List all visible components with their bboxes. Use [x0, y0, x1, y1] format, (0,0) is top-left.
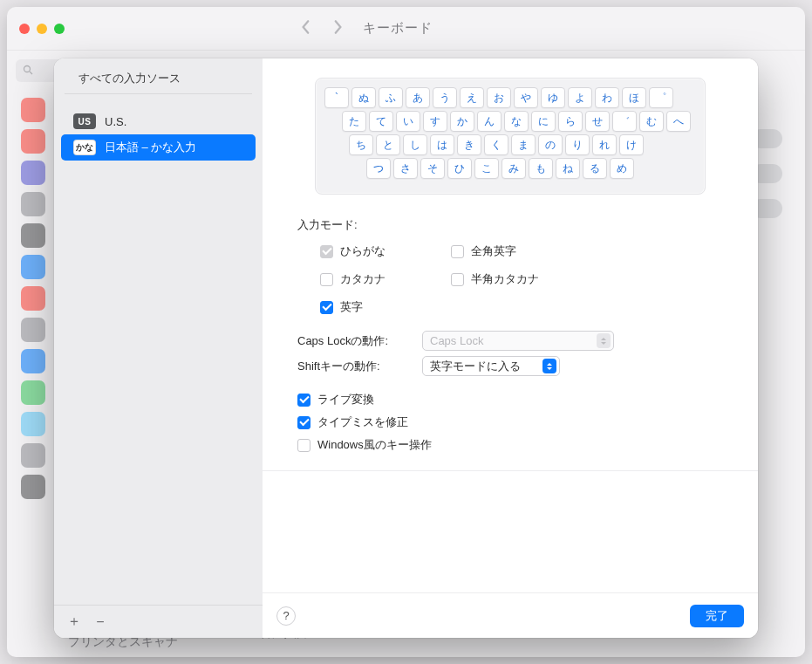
mode-hankaku-checkbox[interactable]: [451, 273, 464, 286]
divider: [263, 470, 758, 471]
sheet-detail: `ぬふあうえおやゆよわほ゜たていすかんなにらせ゛むへちとしはきくまのりれけつさそ…: [263, 58, 758, 638]
sheet-header: すべての入力ソース: [65, 58, 252, 94]
keyboard-key: ひ: [447, 158, 472, 179]
bg-titlebar: キーボード: [7, 7, 805, 51]
keyboard-key: の: [538, 134, 563, 155]
keyboard-key: み: [502, 158, 526, 179]
mode-zenkaku-label: 全角英字: [471, 243, 516, 259]
source-list: USU.S.かな日本語 – かな入力: [54, 94, 263, 605]
caps-lock-label: Caps Lockの動作:: [297, 333, 415, 349]
bg-sidebar-icon: [21, 318, 45, 342]
mode-zenkaku-checkbox[interactable]: [451, 245, 464, 258]
source-label: 日本語 – かな入力: [105, 140, 196, 155]
shift-key-select[interactable]: 英字モードに入る: [422, 356, 560, 376]
keyboard-key: と: [376, 134, 400, 155]
mode-eiji-label: 英字: [340, 299, 363, 315]
keyboard-key: ゜: [649, 87, 673, 108]
keyboard-row: たていすかんなにらせ゛むへ: [324, 111, 696, 132]
keyboard-key: む: [639, 111, 664, 132]
bg-sidebar-icon: [21, 192, 45, 216]
keyboard-row: `ぬふあうえおやゆよわほ゜: [324, 87, 696, 108]
opt-windows-checkbox[interactable]: [297, 439, 310, 452]
keyboard-preview-wrap: `ぬふあうえおやゆよわほ゜たていすかんなにらせ゛むへちとしはきくまのりれけつさそ…: [263, 58, 758, 209]
source-item[interactable]: USU.S.: [61, 108, 256, 134]
done-button[interactable]: 完了: [690, 605, 744, 627]
keyboard-key: う: [433, 87, 457, 108]
keyboard-preview: `ぬふあうえおやゆよわほ゜たていすかんなにらせ゛むへちとしはきくまのりれけつさそ…: [315, 78, 706, 195]
keyboard-key: ふ: [379, 87, 403, 108]
keyboard-key: り: [565, 134, 590, 155]
mode-katakana-checkbox[interactable]: [320, 273, 333, 286]
keyboard-key: い: [396, 111, 420, 132]
keyboard-key: さ: [393, 158, 418, 179]
bg-sidebar-icon: [21, 412, 45, 436]
caps-lock-value: Caps Lock: [430, 334, 483, 347]
keyboard-key: よ: [568, 87, 592, 108]
opt-typo-checkbox[interactable]: [297, 416, 310, 429]
keyboard-key: ぬ: [351, 87, 376, 108]
keyboard-key: あ: [406, 87, 430, 108]
keyboard-row: ちとしはきくまのりれけ: [324, 134, 696, 155]
traffic-lights: [19, 24, 65, 34]
forward-icon: [331, 19, 344, 38]
keyboard-key: ね: [556, 158, 580, 179]
bg-sidebar-icon: [21, 98, 45, 122]
close-icon: [19, 24, 30, 34]
opt-typo-label: タイプミスを修正: [317, 414, 408, 430]
remove-source-button[interactable]: −: [89, 613, 112, 632]
keyboard-key: き: [457, 134, 481, 155]
source-label: U.S.: [105, 115, 126, 128]
keyboard-key: ん: [477, 111, 502, 132]
bg-nav: キーボード: [300, 19, 433, 38]
chevrons-icon: [597, 333, 611, 348]
caps-lock-select[interactable]: Caps Lock: [422, 331, 614, 351]
keyboard-key: れ: [592, 134, 617, 155]
source-item[interactable]: かな日本語 – かな入力: [61, 134, 256, 161]
keyboard-key: ま: [511, 134, 536, 155]
keyboard-key: ち: [349, 134, 373, 155]
keyboard-key: せ: [585, 111, 610, 132]
settings-panel: 入力モード: ひらがな 全角英字 カタカナ 半角カタカナ: [263, 209, 758, 480]
minimize-icon: [37, 24, 47, 34]
opt-windows-label: Windows風のキー操作: [317, 437, 432, 453]
mode-hankaku-row: 半角カタカナ: [451, 268, 608, 291]
chevrons-icon: [542, 359, 556, 373]
opt-typo-row: タイプミスを修正: [297, 411, 723, 434]
opt-live-checkbox[interactable]: [297, 394, 310, 407]
keyboard-key: お: [487, 87, 511, 108]
input-sources-sheet: すべての入力ソース USU.S.かな日本語 – かな入力 ＋ − `ぬふあうえお…: [54, 58, 758, 638]
mode-zenkaku-row: 全角英字: [451, 240, 608, 263]
keyboard-key: め: [610, 158, 634, 179]
bg-title: キーボード: [363, 20, 433, 37]
mode-hankaku-label: 半角カタカナ: [471, 271, 539, 287]
search-icon: [23, 63, 33, 79]
keyboard-key: く: [484, 134, 508, 155]
bg-sidebar-icon: [21, 475, 45, 499]
keyboard-key: わ: [595, 87, 619, 108]
keyboard-key: へ: [666, 111, 691, 132]
keyboard-key: け: [619, 134, 644, 155]
sheet-footer: ? 完了: [263, 592, 758, 638]
keyboard-key: る: [583, 158, 607, 179]
options-section: ライブ変換 タイプミスを修正 Windows風のキー操作: [297, 388, 723, 456]
keyboard-key: え: [460, 87, 484, 108]
source-badge-icon: かな: [73, 140, 96, 155]
shift-key-value: 英字モードに入る: [430, 359, 521, 374]
svg-point-0: [24, 66, 31, 72]
bg-sidebar-icon: [21, 129, 45, 154]
bg-toggles: [765, 129, 782, 531]
svg-line-1: [30, 72, 32, 74]
mode-eiji-checkbox[interactable]: [320, 301, 333, 314]
mode-hiragana-checkbox: [320, 245, 333, 258]
bg-sidebar-icon: [21, 380, 45, 405]
keyboard-key: ゛: [612, 111, 637, 132]
keyboard-key: す: [423, 111, 447, 132]
help-button[interactable]: ?: [276, 606, 296, 626]
sheet-sidebar: すべての入力ソース USU.S.かな日本語 – かな入力 ＋ −: [54, 58, 263, 638]
keyboard-row: つさそひこみもねるめ: [324, 158, 696, 179]
keyboard-key: ら: [558, 111, 583, 132]
add-source-button[interactable]: ＋: [63, 613, 85, 632]
bg-sidebar-icon: [21, 349, 45, 373]
mode-hiragana-label: ひらがな: [340, 243, 386, 259]
input-mode-grid: ひらがな 全角英字 カタカナ 半角カタカナ 英字: [297, 240, 723, 318]
